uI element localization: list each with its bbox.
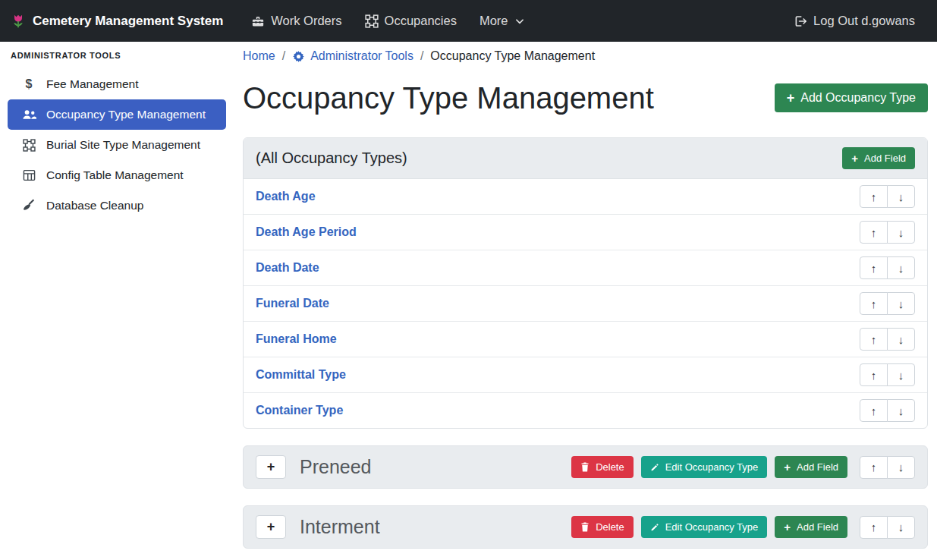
field-link[interactable]: Committal Type xyxy=(256,368,346,382)
move-down-button[interactable]: ↓ xyxy=(887,256,915,279)
add-occupancy-type-button[interactable]: + Add Occupancy Type xyxy=(775,83,928,112)
gear-icon xyxy=(292,50,305,63)
breadcrumb: Home / Administrator Tools / Occupancy T… xyxy=(243,49,928,63)
add-field-label: Add Field xyxy=(797,521,838,533)
delete-button[interactable]: Delete xyxy=(571,456,634,478)
logout-link[interactable]: Log Out d.gowans xyxy=(782,0,926,42)
field-link[interactable]: Death Age Period xyxy=(256,225,357,239)
delete-button[interactable]: Delete xyxy=(571,516,634,538)
all-types-card-header: (All Occupancy Types) + Add Field xyxy=(244,138,927,179)
page-title: Occupancy Type Management xyxy=(243,78,654,118)
plus-icon: + xyxy=(787,91,795,105)
sidebar-item-config-table-management[interactable]: Config Table Management xyxy=(8,160,226,190)
plus-icon: + xyxy=(784,461,791,473)
add-occupancy-type-label: Add Occupancy Type xyxy=(800,91,916,105)
move-up-button[interactable]: ↑ xyxy=(860,221,888,244)
nav-occupancies-label: Occupancies xyxy=(385,14,457,28)
move-up-button[interactable]: ↑ xyxy=(860,328,888,351)
move-down-button[interactable]: ↓ xyxy=(887,328,915,351)
toolbox-icon xyxy=(251,14,265,28)
sidebar: Administrator Tools $ Fee Management Occ… xyxy=(0,42,234,560)
vector-square-icon xyxy=(21,139,36,152)
reorder-buttons: ↑ ↓ xyxy=(860,221,915,244)
pencil-icon xyxy=(650,463,659,472)
type-card-title: Interment xyxy=(300,516,380,538)
arrow-down-icon: ↓ xyxy=(898,190,904,203)
edit-occupancy-type-button[interactable]: Edit Occupancy Type xyxy=(641,456,768,478)
type-card-interment: + Interment Delete xyxy=(243,505,928,549)
arrow-down-icon: ↓ xyxy=(898,404,904,417)
arrow-down-icon: ↓ xyxy=(898,521,904,533)
move-down-button[interactable]: ↓ xyxy=(887,221,915,244)
reorder-buttons: ↑ ↓ xyxy=(860,292,915,315)
breadcrumb-separator: / xyxy=(420,49,423,63)
move-up-button[interactable]: ↑ xyxy=(860,185,888,208)
sidebar-item-burial-site-type-management[interactable]: Burial Site Type Management xyxy=(8,130,226,160)
broom-icon xyxy=(21,199,36,212)
field-link[interactable]: Funeral Home xyxy=(256,332,337,346)
field-link[interactable]: Death Age xyxy=(256,190,316,203)
move-down-button[interactable]: ↓ xyxy=(887,292,915,315)
field-link[interactable]: Death Date xyxy=(256,261,319,275)
logout-icon xyxy=(794,14,807,28)
logout-label: Log Out d.gowans xyxy=(813,14,915,28)
type-card-title: Preneed xyxy=(300,456,372,478)
field-row: Death Age ↑ ↓ xyxy=(244,179,927,215)
main-content: Home / Administrator Tools / Occupancy T… xyxy=(234,42,937,560)
breadcrumb-home[interactable]: Home xyxy=(243,49,275,63)
field-row: Funeral Date ↑ ↓ xyxy=(244,286,927,322)
field-link[interactable]: Container Type xyxy=(256,404,343,417)
nav-occupancies[interactable]: Occupancies xyxy=(354,0,468,42)
edit-occupancy-type-button[interactable]: Edit Occupancy Type xyxy=(641,516,768,538)
move-down-button[interactable]: ↓ xyxy=(887,363,915,386)
nav-more[interactable]: More xyxy=(468,0,536,42)
sidebar-item-database-cleanup[interactable]: Database Cleanup xyxy=(8,190,226,221)
reorder-buttons: ↑ ↓ xyxy=(860,185,915,208)
move-down-button[interactable]: ↓ xyxy=(887,399,915,422)
move-up-button[interactable]: ↑ xyxy=(860,256,888,279)
sidebar-item-label: Config Table Management xyxy=(46,168,184,182)
move-down-button[interactable]: ↓ xyxy=(887,185,915,208)
arrow-down-icon: ↓ xyxy=(898,333,904,346)
page-layout: Administrator Tools $ Fee Management Occ… xyxy=(0,42,937,560)
trash-icon xyxy=(580,462,590,472)
breadcrumb-admin-tools-label: Administrator Tools xyxy=(310,49,413,63)
add-field-button[interactable]: + Add Field xyxy=(775,516,847,538)
move-up-button[interactable]: ↑ xyxy=(860,516,888,539)
all-types-card: (All Occupancy Types) + Add Field Death … xyxy=(243,137,928,429)
arrow-down-icon: ↓ xyxy=(898,226,904,239)
arrow-down-icon: ↓ xyxy=(898,461,904,473)
sidebar-item-label: Fee Management xyxy=(46,77,139,91)
sidebar-item-fee-management[interactable]: $ Fee Management xyxy=(8,69,226,99)
arrow-up-icon: ↑ xyxy=(871,404,877,417)
expand-button[interactable]: + xyxy=(256,515,286,539)
move-down-button[interactable]: ↓ xyxy=(887,456,915,479)
field-row: Funeral Home ↑ ↓ xyxy=(244,322,927,357)
pencil-icon xyxy=(650,523,659,532)
app-brand[interactable]: Cemetery Management System xyxy=(11,13,223,30)
nav-more-label: More xyxy=(480,14,508,28)
move-down-button[interactable]: ↓ xyxy=(887,516,915,539)
sidebar-item-occupancy-type-management[interactable]: Occupancy Type Management xyxy=(8,99,226,130)
delete-label: Delete xyxy=(596,521,624,533)
arrow-down-icon: ↓ xyxy=(898,262,904,275)
breadcrumb-admin-tools[interactable]: Administrator Tools xyxy=(292,49,413,63)
add-field-button[interactable]: + Add Field xyxy=(775,456,847,478)
top-navbar: Cemetery Management System Work Orders O… xyxy=(0,0,937,42)
add-field-button[interactable]: + Add Field xyxy=(842,147,915,169)
type-card-preneed: + Preneed Delete xyxy=(243,445,928,489)
arrow-up-icon: ↑ xyxy=(871,369,877,382)
plus-icon: + xyxy=(267,519,275,535)
tulip-icon xyxy=(11,13,26,30)
move-up-button[interactable]: ↑ xyxy=(860,399,888,422)
expand-button[interactable]: + xyxy=(256,455,286,479)
table-icon xyxy=(21,169,36,181)
sidebar-heading: Administrator Tools xyxy=(8,49,226,69)
breadcrumb-separator: / xyxy=(282,49,285,63)
move-up-button[interactable]: ↑ xyxy=(860,456,888,479)
field-link[interactable]: Funeral Date xyxy=(256,297,329,310)
nav-work-orders[interactable]: Work Orders xyxy=(240,0,353,42)
move-up-button[interactable]: ↑ xyxy=(860,292,888,315)
arrow-up-icon: ↑ xyxy=(871,521,877,533)
move-up-button[interactable]: ↑ xyxy=(860,363,888,386)
